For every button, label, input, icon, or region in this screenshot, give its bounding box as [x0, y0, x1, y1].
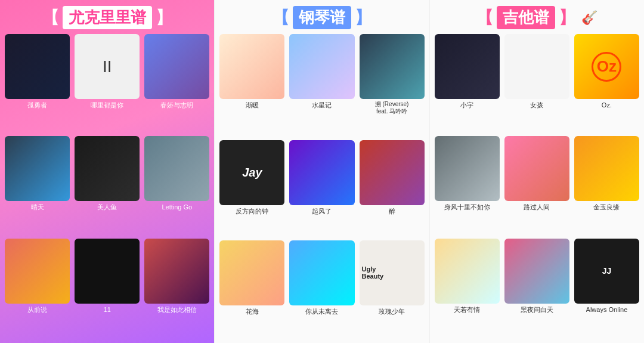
list-item[interactable]: 晴天 — [5, 136, 70, 234]
song-cover — [360, 140, 425, 205]
song-cover — [435, 34, 500, 99]
list-item[interactable]: 女孩 — [504, 34, 569, 132]
song-cover — [144, 34, 209, 99]
piano-bracket-left: 【 — [273, 10, 289, 26]
song-title: 天若有情 — [454, 305, 480, 314]
list-item[interactable]: 美人鱼 — [75, 136, 140, 234]
song-title: 美人鱼 — [97, 203, 117, 211]
list-item[interactable]: Oz Oz. — [574, 34, 639, 132]
song-title: 黑夜问白天 — [521, 305, 553, 314]
ukulele-column: 【 尤克里里谱 】 孤勇者 II 哪里都是你 春娇与志明 — [0, 0, 214, 343]
list-item[interactable]: 小宇 — [435, 34, 500, 132]
song-title: Always Online — [586, 305, 628, 314]
list-item[interactable]: 春娇与志明 — [144, 34, 209, 132]
song-title: 孤勇者 — [27, 101, 47, 109]
ukulele-songs-grid: 孤勇者 II 哪里都是你 春娇与志明 晴天 美人鱼 — [5, 34, 209, 337]
list-item[interactable]: 渐暖 — [219, 34, 284, 137]
song-cover — [144, 136, 209, 201]
song-cover — [435, 239, 500, 304]
list-item[interactable]: 金玉良缘 — [574, 136, 639, 234]
song-title: 你从未离去 — [305, 307, 338, 316]
list-item[interactable]: 身风十里不如你 — [435, 136, 500, 234]
song-cover — [504, 239, 569, 304]
list-item[interactable]: 你从未离去 — [289, 240, 354, 337]
cover-text: UglyBeauty — [362, 265, 384, 280]
cover-text: II — [103, 57, 112, 76]
song-cover: Jay — [219, 140, 284, 205]
song-title: 我是如此相信 — [157, 305, 197, 314]
list-item[interactable]: II 哪里都是你 — [75, 34, 140, 132]
piano-column: 【 钢琴谱 】 渐暖 水星记 溯 (Reverse)feat. 马吟吟 — [214, 0, 429, 343]
song-title: 起风了 — [312, 207, 332, 215]
song-cover — [504, 136, 569, 201]
song-title: 哪里都是你 — [91, 101, 123, 109]
song-title: 春娇与志明 — [160, 101, 193, 109]
song-title: 路过人间 — [524, 203, 550, 211]
piano-header: 【 钢琴谱 】 — [219, 6, 424, 29]
song-cover — [219, 34, 284, 99]
piano-songs-grid: 渐暖 水星记 溯 (Reverse)feat. 马吟吟 Jay 反方向的钟 — [219, 34, 424, 337]
guitar-header: 【 吉他谱 】 🎸 — [435, 6, 639, 29]
list-item[interactable]: 孤勇者 — [5, 34, 70, 132]
song-title: 玫瑰少年 — [379, 307, 405, 316]
list-item[interactable]: 天若有情 — [435, 239, 500, 337]
song-title: 溯 (Reverse)feat. 马吟吟 — [375, 101, 409, 115]
list-item[interactable]: UglyBeauty 玫瑰少年 — [360, 240, 425, 337]
list-item[interactable]: 路过人间 — [504, 136, 569, 234]
song-cover — [75, 239, 140, 304]
song-cover: Oz — [574, 34, 639, 99]
guitar-songs-grid: 小宇 女孩 Oz Oz. 身风十里不如你 路过人间 — [435, 34, 639, 337]
song-title: 花海 — [246, 307, 259, 316]
ukulele-title: 尤克里里谱 — [63, 6, 152, 29]
song-title: 从前说 — [27, 305, 47, 314]
list-item[interactable]: 醉 — [360, 140, 425, 237]
piano-title: 钢琴谱 — [293, 6, 351, 29]
song-cover — [5, 34, 70, 99]
list-item[interactable]: 11 — [75, 239, 140, 337]
list-item[interactable]: 溯 (Reverse)feat. 马吟吟 — [360, 34, 425, 137]
ukulele-bracket-left: 【 — [42, 10, 59, 26]
song-cover — [289, 240, 354, 305]
piano-bracket-right: 】 — [355, 10, 371, 26]
song-cover — [5, 239, 70, 304]
oz-text: Oz — [592, 52, 621, 82]
list-item[interactable]: 黑夜问白天 — [504, 239, 569, 337]
guitar-column: 【 吉他谱 】 🎸 小宇 女孩 Oz Oz. — [430, 0, 644, 343]
list-item[interactable]: 从前说 — [5, 239, 70, 337]
cover-text — [36, 66, 39, 68]
song-title: 11 — [104, 305, 111, 314]
song-cover — [435, 136, 500, 201]
guitar-bracket-left: 【 — [476, 10, 493, 26]
song-cover — [360, 34, 425, 99]
song-title: 金玉良缘 — [593, 203, 620, 211]
list-item[interactable]: JJ Always Online — [574, 239, 639, 337]
song-title: 渐暖 — [246, 101, 259, 109]
cover-text: JJ — [602, 266, 612, 276]
song-title: 小宇 — [460, 101, 473, 109]
song-title: 水星记 — [312, 101, 332, 109]
ukulele-header: 【 尤克里里谱 】 — [5, 6, 209, 29]
song-title: 女孩 — [530, 101, 543, 109]
song-title: 身风十里不如你 — [444, 203, 490, 211]
list-item[interactable]: Jay 反方向的钟 — [219, 140, 284, 237]
list-item[interactable]: 我是如此相信 — [144, 239, 209, 337]
list-item[interactable]: 花海 — [219, 240, 284, 337]
main-container: 【 尤克里里谱 】 孤勇者 II 哪里都是你 春娇与志明 — [0, 0, 644, 343]
song-title: Letting Go — [162, 203, 192, 211]
song-cover: JJ — [574, 239, 639, 304]
song-cover — [289, 34, 354, 99]
song-title: 醉 — [389, 207, 395, 215]
song-cover: II — [75, 34, 140, 99]
guitar-icon: 🎸 — [581, 10, 597, 26]
song-cover: UglyBeauty — [360, 240, 425, 305]
guitar-bracket-right: 】 — [559, 10, 575, 26]
ukulele-bracket-right: 】 — [156, 10, 172, 26]
list-item[interactable]: Letting Go — [144, 136, 209, 234]
guitar-title: 吉他谱 — [497, 6, 555, 29]
list-item[interactable]: 水星记 — [289, 34, 354, 137]
song-title: Oz. — [602, 101, 612, 109]
song-cover — [289, 140, 354, 205]
song-title: 晴天 — [31, 203, 44, 211]
list-item[interactable]: 起风了 — [289, 140, 354, 237]
song-cover — [5, 136, 70, 201]
